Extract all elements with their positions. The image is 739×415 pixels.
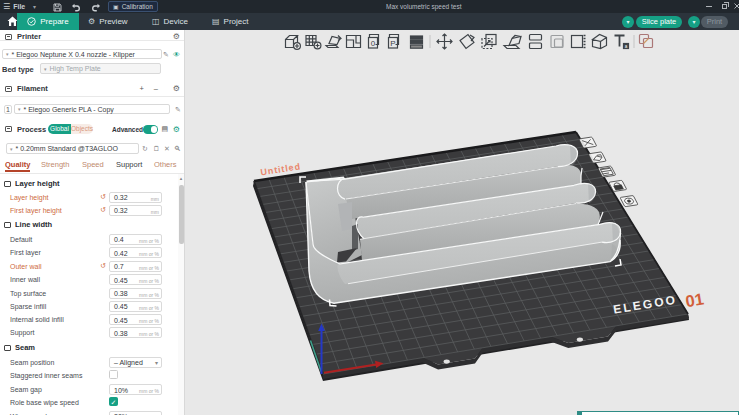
- svg-text:0: 0: [371, 39, 376, 48]
- svg-text:01: 01: [684, 289, 705, 310]
- svg-text:P: P: [390, 39, 395, 48]
